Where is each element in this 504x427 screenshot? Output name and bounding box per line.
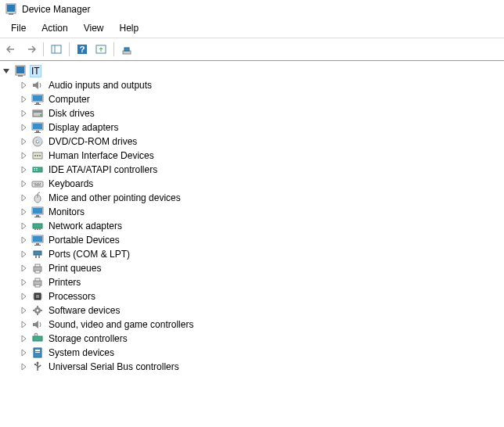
tree-item-label[interactable]: Computer	[47, 94, 92, 105]
expand-arrow-icon[interactable]	[19, 278, 28, 287]
system-icon	[31, 346, 44, 359]
tree-item[interactable]: Disk drives	[0, 106, 504, 120]
expand-arrow-icon[interactable]	[2, 66, 11, 76]
storage-icon	[31, 332, 44, 345]
expand-arrow-icon[interactable]	[19, 123, 28, 132]
expand-arrow-icon[interactable]	[19, 235, 28, 245]
tree-item[interactable]: Ports (COM & LPT)	[0, 247, 504, 261]
tree-item[interactable]: Print queues	[0, 261, 504, 275]
expand-arrow-icon[interactable]	[19, 81, 28, 90]
tree-item-label[interactable]: IDE ATA/ATAPI controllers	[47, 164, 159, 175]
expand-arrow-icon[interactable]	[19, 320, 28, 329]
port-icon	[31, 248, 44, 260]
tree-item-label[interactable]: Software devices	[47, 305, 121, 316]
expand-arrow-icon[interactable]	[19, 109, 28, 118]
toolbar-properties-button[interactable]	[118, 41, 135, 58]
tree-item[interactable]: Computer	[0, 92, 504, 106]
tree-item-label[interactable]: Mice and other pointing devices	[47, 192, 182, 203]
tree-item-label[interactable]: Processors	[47, 291, 97, 302]
svg-rect-71	[124, 48, 129, 51]
printer-icon	[31, 262, 44, 274]
toolbar-back-button[interactable]	[3, 41, 20, 58]
tree-item-label[interactable]: Disk drives	[47, 108, 96, 119]
tree-item[interactable]: Audio inputs and outputs	[0, 78, 504, 92]
expand-arrow-icon[interactable]	[19, 137, 28, 146]
expand-arrow-icon[interactable]	[19, 264, 28, 273]
toolbar-separator	[113, 42, 114, 56]
monitor-icon	[31, 93, 44, 106]
tree-item-label[interactable]: Printers	[47, 277, 82, 288]
speaker-icon	[31, 318, 44, 331]
expand-arrow-icon[interactable]	[19, 348, 28, 357]
menu-view[interactable]: View	[76, 20, 112, 36]
tree-item-label[interactable]: Universal Serial Bus controllers	[47, 361, 181, 372]
tree-item[interactable]: Display adapters	[0, 120, 504, 135]
tree-item[interactable]: Software devices	[0, 303, 504, 318]
expand-arrow-icon[interactable]	[19, 165, 28, 174]
tree-item-label[interactable]: Ports (COM & LPT)	[47, 249, 131, 260]
monitor-icon	[31, 206, 44, 218]
tree-item-label[interactable]: Human Interface Devices	[47, 150, 156, 161]
toolbar: ?	[0, 38, 504, 61]
mouse-icon	[31, 192, 44, 204]
titlebar: Device Manager	[0, 0, 504, 19]
root-label[interactable]: IT	[30, 65, 41, 77]
expand-arrow-icon[interactable]	[19, 334, 28, 343]
device-tree: IT Audio inputs and outputsComputerDisk …	[0, 61, 504, 427]
tree-item[interactable]: Human Interface Devices	[0, 149, 504, 163]
hid-icon	[31, 149, 44, 162]
menu-action[interactable]: Action	[34, 20, 75, 36]
tree-item-label[interactable]: Display adapters	[47, 122, 120, 133]
disk-icon	[31, 107, 44, 120]
tree-item[interactable]: Network adapters	[0, 219, 504, 233]
menu-file[interactable]: File	[3, 20, 34, 36]
tree-item-label[interactable]: Print queues	[47, 263, 103, 274]
tree-item[interactable]: Monitors	[0, 205, 504, 219]
toolbar-separator	[43, 42, 44, 56]
tree-item-label[interactable]: Network adapters	[47, 221, 124, 231]
expand-arrow-icon[interactable]	[19, 95, 28, 104]
expand-arrow-icon[interactable]	[19, 179, 28, 188]
tree-item[interactable]: Universal Serial Bus controllers	[0, 360, 504, 374]
tree-item[interactable]: Mice and other pointing devices	[0, 191, 504, 205]
tree-item-label[interactable]: DVD/CD-ROM drives	[47, 136, 139, 147]
expand-arrow-icon[interactable]	[19, 193, 28, 203]
tree-item-label[interactable]: Portable Devices	[47, 235, 121, 246]
expand-arrow-icon[interactable]	[19, 221, 28, 231]
tree-item[interactable]: Keyboards	[0, 177, 504, 191]
expand-arrow-icon[interactable]	[19, 249, 28, 259]
expand-arrow-icon[interactable]	[19, 362, 28, 371]
toolbar-forward-button[interactable]	[22, 41, 39, 58]
tree-item[interactable]: Portable Devices	[0, 233, 504, 247]
expand-arrow-icon[interactable]	[19, 306, 28, 315]
tree-item[interactable]: Processors	[0, 289, 504, 303]
menubar: File Action View Help	[0, 19, 504, 38]
expand-arrow-icon[interactable]	[19, 207, 28, 217]
gear-icon	[31, 304, 44, 317]
keyboard-icon	[31, 178, 44, 190]
tree-item-label[interactable]: System devices	[47, 347, 116, 358]
app-icon	[5, 3, 17, 16]
tree-item[interactable]: Sound, video and game controllers	[0, 318, 504, 332]
menu-help[interactable]: Help	[112, 20, 147, 36]
tree-item[interactable]: System devices	[0, 346, 504, 360]
network-icon	[31, 220, 44, 232]
tree-root[interactable]: IT	[0, 64, 504, 78]
speaker-icon	[31, 79, 44, 92]
tree-item-label[interactable]: Monitors	[47, 206, 86, 217]
tree-item-label[interactable]: Sound, video and game controllers	[47, 319, 195, 330]
toolbar-show-hide-button[interactable]	[48, 41, 65, 58]
tree-item[interactable]: Storage controllers	[0, 332, 504, 346]
toolbar-refresh-button[interactable]	[92, 41, 110, 58]
toolbar-help-button[interactable]: ?	[74, 41, 91, 58]
tree-item[interactable]: Printers	[0, 275, 504, 289]
tree-item[interactable]: DVD/CD-ROM drives	[0, 135, 504, 149]
expand-arrow-icon[interactable]	[19, 292, 28, 301]
tree-item-label[interactable]: Storage controllers	[47, 333, 129, 344]
tree-item-label[interactable]: Audio inputs and outputs	[47, 80, 153, 91]
svg-text:?: ?	[80, 45, 85, 54]
tree-item-label[interactable]: Keyboards	[47, 178, 95, 189]
expand-arrow-icon[interactable]	[19, 151, 28, 160]
window-title: Device Manager	[22, 4, 90, 15]
tree-item[interactable]: IDE ATA/ATAPI controllers	[0, 163, 504, 177]
